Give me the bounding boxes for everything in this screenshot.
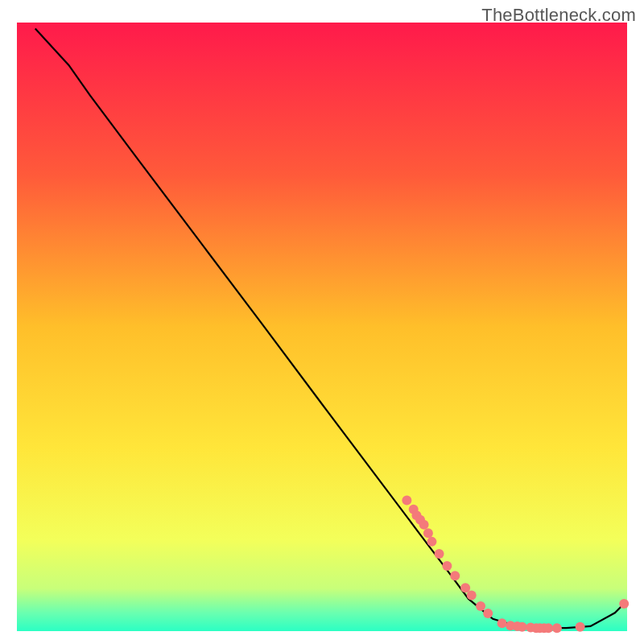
sample-point bbox=[518, 622, 527, 632]
sample-point bbox=[423, 528, 433, 538]
sample-point bbox=[476, 601, 485, 611]
sample-point bbox=[497, 618, 507, 628]
sample-point bbox=[483, 609, 493, 618]
sample-point bbox=[442, 561, 452, 571]
sample-point bbox=[427, 537, 436, 547]
sample-point bbox=[552, 623, 562, 633]
bottleneck-chart bbox=[0, 0, 644, 644]
sample-point bbox=[435, 549, 444, 559]
sample-point bbox=[402, 495, 411, 505]
sample-point bbox=[619, 599, 629, 609]
chart-container: TheBottleneck.com bbox=[0, 0, 644, 644]
sample-point bbox=[576, 622, 585, 632]
sample-point bbox=[543, 623, 553, 633]
sample-point bbox=[419, 520, 429, 530]
sample-point bbox=[467, 590, 477, 600]
plot-background bbox=[17, 23, 627, 631]
sample-point bbox=[450, 571, 460, 580]
watermark-text: TheBottleneck.com bbox=[481, 5, 636, 26]
